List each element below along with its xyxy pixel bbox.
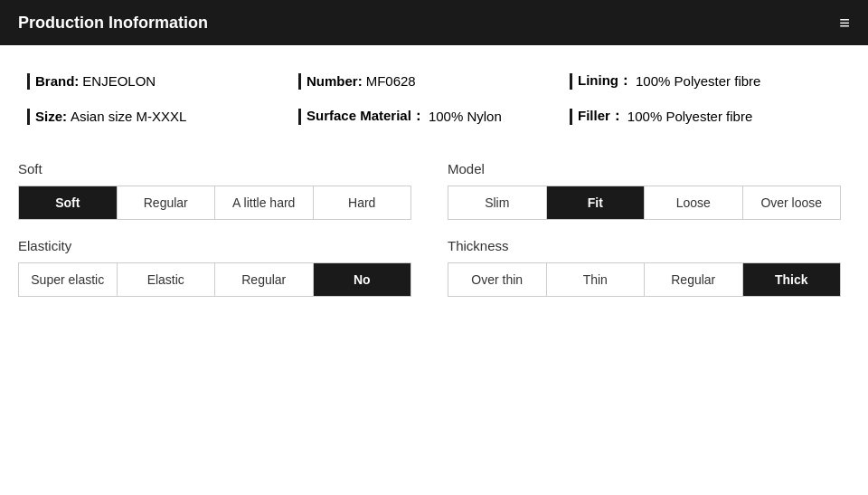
option-cell[interactable]: A little hard (215, 186, 314, 219)
model-options: SlimFitLooseOver loose (448, 186, 841, 220)
info-value: 100% Polyester fibre (636, 73, 760, 89)
option-cell[interactable]: Hard (314, 186, 411, 219)
info-bar (27, 109, 30, 125)
softness-label: Soft (18, 161, 411, 176)
attributes-section: Soft SoftRegularA little hardHard Model … (0, 152, 868, 315)
info-value: 100% Polyester fibre (627, 109, 752, 124)
option-cell[interactable]: Over thin (448, 263, 547, 296)
info-item: Number: MF0628 (298, 72, 570, 90)
info-section: Brand: ENJEOLON Number: MF0628 Lining： 1… (0, 45, 868, 134)
option-cell[interactable]: Super elastic (19, 263, 118, 296)
header: Production Inoformation ≡ (0, 0, 868, 45)
softness-group: Soft SoftRegularA little hardHard (18, 161, 411, 220)
info-value: Asian size M-XXXL (71, 109, 186, 124)
info-label: Filler： (578, 108, 624, 125)
info-label: Brand: (35, 73, 79, 89)
info-item: Size: Asian size M-XXXL (27, 108, 298, 125)
option-cell[interactable]: Soft (19, 186, 118, 219)
info-bar (570, 73, 572, 90)
elasticity-group: Elasticity Super elasticElasticRegularNo (18, 238, 411, 297)
option-cell[interactable]: Fit (547, 186, 646, 219)
option-cell[interactable]: Slim (448, 186, 547, 219)
info-item: Brand: ENJEOLON (27, 72, 298, 90)
info-item: Surface Material： 100% Nylon (298, 108, 570, 125)
thickness-group: Thickness Over thinThinRegularThick (448, 238, 841, 297)
thickness-label: Thickness (448, 238, 841, 253)
info-value: ENJEOLON (82, 73, 156, 89)
info-label: Size: (35, 109, 67, 124)
info-bar (570, 109, 572, 125)
model-label: Model (448, 161, 841, 176)
model-group: Model SlimFitLooseOver loose (448, 161, 841, 220)
option-cell[interactable]: Elastic (118, 263, 216, 296)
info-value: 100% Nylon (429, 109, 502, 124)
info-label: Number: (307, 73, 363, 89)
option-cell[interactable]: Loose (645, 186, 743, 219)
info-bar (298, 73, 301, 90)
menu-icon[interactable]: ≡ (839, 13, 850, 33)
option-cell[interactable]: Regular (645, 263, 743, 296)
option-cell[interactable]: Regular (118, 186, 216, 219)
info-label: Lining： (578, 72, 632, 90)
option-cell[interactable]: Thick (743, 263, 841, 296)
option-cell[interactable]: No (314, 263, 411, 296)
info-value: MF0628 (366, 73, 416, 89)
info-item: Lining： 100% Polyester fibre (570, 72, 841, 90)
option-cell[interactable]: Over loose (743, 186, 841, 219)
thickness-options: Over thinThinRegularThick (448, 262, 841, 297)
elasticity-label: Elasticity (18, 238, 411, 253)
elasticity-options: Super elasticElasticRegularNo (18, 262, 411, 297)
info-bar (298, 109, 301, 125)
softness-options: SoftRegularA little hardHard (18, 186, 411, 220)
info-label: Surface Material： (307, 108, 425, 125)
info-item: Filler： 100% Polyester fibre (570, 108, 841, 125)
option-cell[interactable]: Thin (547, 263, 646, 296)
header-title: Production Inoformation (18, 14, 208, 33)
option-cell[interactable]: Regular (215, 263, 314, 296)
info-bar (27, 73, 30, 90)
